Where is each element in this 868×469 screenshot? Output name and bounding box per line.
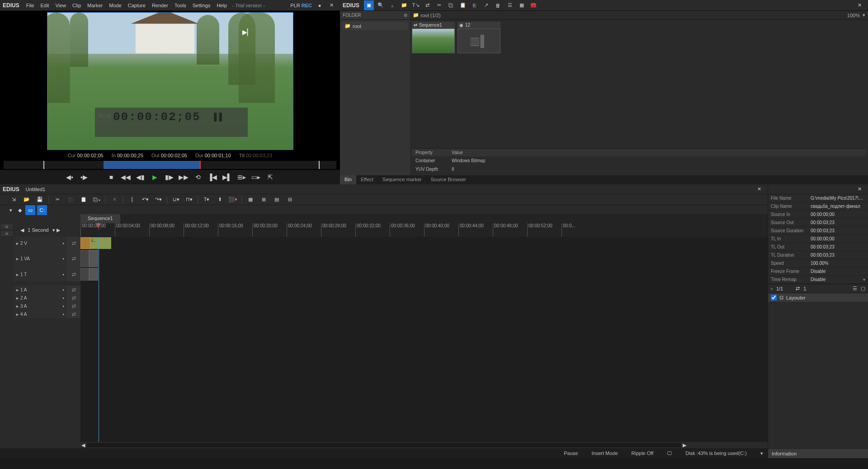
scale-next-icon[interactable]: ▾ ▶ [52,227,60,233]
list-icon[interactable]: ☰ [505,0,515,10]
layout-1-icon[interactable]: ▦ [245,195,255,205]
scrub-bar[interactable] [4,161,336,169]
tc-out[interactable]: 00:00:02;05 [161,153,187,158]
track-header[interactable]: ▸ 1 T ▪ [14,267,67,281]
tool-1[interactable]: ⇲ [9,195,19,205]
track-patch[interactable]: ⇄ [67,286,80,294]
layouter-row[interactable]: ⊡ Layouter [768,293,868,302]
zoom-level[interactable]: 100% [847,13,860,18]
folder-root[interactable]: 📁 root [342,22,408,30]
track-lane[interactable] [80,286,768,294]
track-lane[interactable] [80,294,768,302]
clip[interactable] [80,268,89,281]
scroll-left-icon[interactable]: ◀ [81,442,85,448]
cut-icon[interactable]: ✂ [434,0,444,10]
paste-icon[interactable]: 📋 [458,0,468,10]
scroll-right-icon[interactable]: ▶ [683,442,686,448]
layout-3-icon[interactable]: ▤ [272,195,282,205]
ripple-icon[interactable]: ⟦ [127,195,137,205]
minimize-icon[interactable]: ● [315,0,325,10]
paste-tl-icon[interactable]: 📋 [79,195,89,205]
list-small-icon[interactable]: ☰ [853,286,857,291]
insert-button[interactable]: ⊞▸ [236,173,247,182]
menu-render[interactable]: Render [149,3,171,8]
export-icon[interactable]: ⎘ [470,0,480,10]
trash-icon[interactable]: 🗑 [493,0,503,10]
new-seq-icon[interactable]: ⇄ [423,0,433,10]
grid-icon[interactable]: ▦ [517,0,527,10]
track-header[interactable]: ▸ 4 A ▪ [14,310,67,318]
export-frame-button[interactable]: ⇱ [265,173,276,182]
bin-thumb-sequence[interactable]: ⇄Sequence1 [412,22,455,53]
track-lane[interactable] [80,310,768,318]
disk-dropdown-icon[interactable]: ▾ [760,450,763,456]
copy-tl-icon[interactable]: ⿻ [66,195,75,205]
next-edit-button[interactable]: ▶▌ [222,173,232,182]
close-timeline-icon[interactable]: ✕ [754,184,764,194]
tab-bin[interactable]: Bin [340,175,356,184]
link-icon[interactable]: ⊓▾ [184,195,194,205]
menu-marker[interactable]: Marker [84,3,106,8]
clip[interactable]: с.. [90,237,99,249]
menu-view[interactable]: View [52,3,69,8]
clip[interactable] [89,268,98,281]
save-icon[interactable]: 💾 [35,195,45,205]
clip[interactable] [80,237,90,249]
h-scrollbar[interactable] [87,443,681,447]
menu-capture[interactable]: Capture [125,3,149,8]
folder-icon[interactable]: ▣ [364,0,374,10]
group-icon[interactable]: ⊔▾ [171,195,181,205]
set-in-button[interactable]: ◀▪ [64,173,75,182]
tl-tool-a[interactable]: ▾ [7,205,14,215]
fforward-button[interactable]: ▶▶ [178,173,189,182]
clip[interactable] [80,250,89,267]
close-bin-icon[interactable]: ✕ [854,0,864,10]
tc-dur[interactable]: 00:00:01;10 [205,153,231,158]
tc-cur[interactable]: 00:00:02;05 [77,153,104,158]
folder-clear-icon[interactable]: ⊘ [404,13,407,18]
menu-clip[interactable]: Clip [69,3,84,8]
menu-settings[interactable]: Settings [189,3,214,8]
next-frame-button[interactable]: ▮▶ [164,173,175,182]
sequence-tab[interactable]: Sequence1 [80,214,120,223]
preview-viewport[interactable]: ▶▏ Rcd 00:00:02;05 ▌▌ [0,11,340,151]
track-patch[interactable]: ⇄ [67,249,80,267]
v-mode[interactable]: V [0,223,14,230]
delete-icon[interactable]: ✕ [109,195,119,205]
track-header[interactable]: ▸ 3 A ▪ [14,302,67,310]
tl-tool-d[interactable]: C: [37,205,47,215]
track-patch[interactable]: ⇄ [67,267,80,281]
menu-edit[interactable]: Edit [37,3,52,8]
track-lane[interactable] [80,267,768,281]
folder-tree[interactable]: 📁 root [340,20,410,175]
tc-in[interactable]: 00:00:00;25 [117,153,143,158]
send-icon[interactable]: ↗ [481,0,491,10]
undo-icon[interactable]: ↶▾ [140,195,150,205]
cut-tl-icon[interactable]: ✂ [52,195,62,205]
export-tl-icon[interactable]: ⬆ [215,195,225,205]
add-title-icon[interactable]: T↘ [411,0,421,10]
close-icon[interactable]: ✕ [326,0,336,10]
prev-frame-button[interactable]: ◀▮ [135,173,146,182]
track-header[interactable]: ▸ 2 A ▪ [14,294,67,302]
bin-path-bar[interactable]: 📁 root (1/2) 100% ▾ [410,11,868,19]
layout-4-icon[interactable]: ⊟ [285,195,295,205]
track-lane[interactable] [80,249,768,267]
prev-edit-button[interactable]: ▐◀ [207,173,218,182]
monitor-icon[interactable]: 🖵 [667,450,672,456]
tab-source-browser[interactable]: Source Browser [426,175,471,184]
prop-header-key[interactable]: Property [412,149,448,156]
track-lane[interactable] [80,302,768,310]
layout-2-icon[interactable]: ⊞ [259,195,269,205]
render-icon[interactable]: ⬛▾ [228,195,238,205]
stop-button[interactable]: ■ [106,173,117,182]
track-header[interactable]: ▸ 1 VA ▪ [14,249,67,267]
copy-icon[interactable]: ⿻ [446,0,456,10]
title-icon[interactable]: T▾ [202,195,212,205]
overwrite-button[interactable]: ▭▸ [250,173,261,182]
open-folder-icon[interactable]: 📁 [399,0,409,10]
redo-icon[interactable]: ↷▾ [153,195,163,205]
menu-tools[interactable]: Tools [171,3,189,8]
a-mode[interactable]: A [0,230,14,237]
play-button[interactable]: ▶ [149,173,160,182]
